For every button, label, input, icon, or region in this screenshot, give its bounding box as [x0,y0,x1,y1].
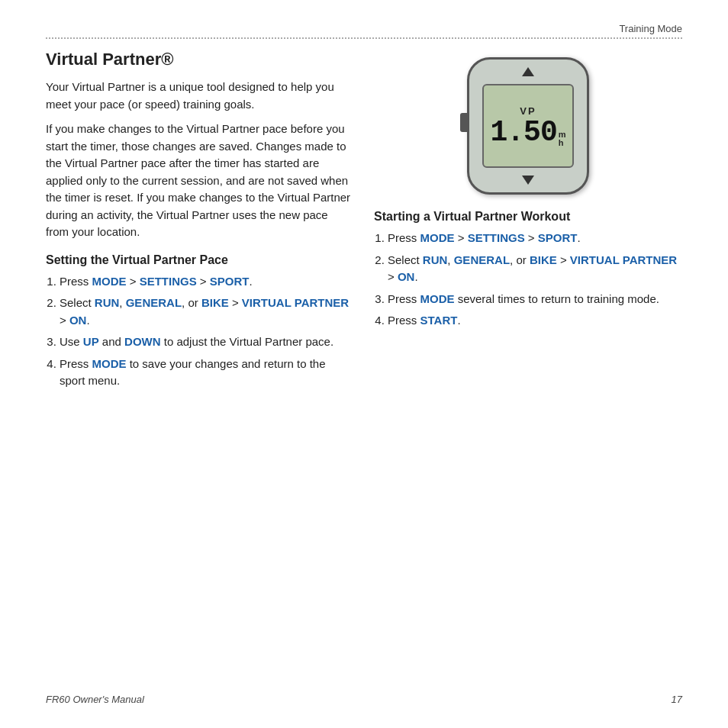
step3-down: DOWN [124,335,161,348]
section2-heading: Starting a Virtual Partner Workout [374,210,682,224]
step2-vp: VIRTUAL PARTNER [242,296,349,309]
s2-step1-mode: MODE [420,231,455,244]
list-item: Press START. [388,312,682,330]
step2-bike: BIKE [201,296,229,309]
main-content: Virtual Partner® Your Virtual Partner is… [46,50,682,398]
step3-up: UP [83,335,99,348]
intro-paragraph-1: Your Virtual Partner is a unique tool de… [46,79,351,113]
page-title: Virtual Partner® [46,50,351,69]
step2-on: ON [69,314,87,327]
screen-data-row: 1.50 mh [491,118,566,147]
list-item: Select RUN, GENERAL, or BIKE > VIRTUAL P… [388,252,682,286]
top-divider [46,37,682,39]
header-training-mode: Training Mode [46,23,682,34]
page: Training Mode Virtual Partner® Your Virt… [0,0,728,728]
left-column: Virtual Partner® Your Virtual Partner is… [46,50,351,398]
step2-general: GENERAL [126,296,182,309]
s2-step2-on: ON [398,270,415,283]
step1-mode: MODE [92,275,127,288]
section1-heading: Setting the Virtual Partner Pace [46,253,351,267]
s2-step2-bike: BIKE [530,253,557,266]
screen-unit: mh [559,130,566,147]
footer: FR60 Owner's Manual 17 [46,694,682,705]
screen-vp-label: VP [520,105,536,117]
section1-steps: Press MODE > SETTINGS > SPORT. Select RU… [60,273,351,390]
s2-step1-sport: SPORT [538,231,578,244]
right-column: VP 1.50 mh Starting a Virtual Partner Wo… [374,50,682,398]
s2-step2-run: RUN [423,253,448,266]
device-illustration: VP 1.50 mh [467,57,589,195]
screen-number: 1.50 [491,118,557,147]
section2-steps: Press MODE > SETTINGS > SPORT. Select RU… [388,230,682,330]
s2-step2-general: GENERAL [454,253,510,266]
footer-page: 17 [672,694,682,705]
footer-manual: FR60 Owner's Manual [46,694,144,705]
list-item: Press MODE several times to return to tr… [388,291,682,308]
list-item: Use UP and DOWN to adjust the Virtual Pa… [60,333,351,351]
list-item: Select RUN, GENERAL, or BIKE > VIRTUAL P… [60,295,351,329]
s2-step4-start: START [420,314,458,327]
training-mode-label: Training Mode [619,23,682,34]
s2-step3-mode: MODE [420,292,455,305]
step4-mode: MODE [92,357,127,370]
step1-sport: SPORT [210,275,250,288]
intro-paragraph-2: If you make changes to the Virtual Partn… [46,121,351,241]
step2-run: RUN [95,296,120,309]
device-image-container: VP 1.50 mh [374,57,682,195]
step1-settings: SETTINGS [140,275,197,288]
list-item: Press MODE > SETTINGS > SPORT. [60,273,351,291]
s2-step1-settings: SETTINGS [468,231,525,244]
s2-step2-vp: VIRTUAL PARTNER [570,253,677,266]
list-item: Press MODE > SETTINGS > SPORT. [388,230,682,247]
list-item: Press MODE to save your changes and retu… [60,356,351,390]
device-screen-inner: VP 1.50 mh [482,84,574,168]
device-side-button [460,113,468,132]
